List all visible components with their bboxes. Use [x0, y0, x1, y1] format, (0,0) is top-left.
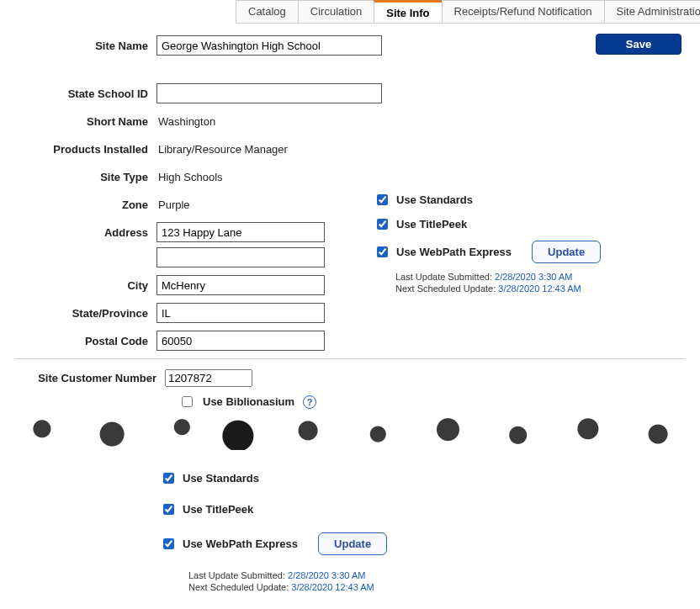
use-titlepeek-checkbox[interactable] [377, 219, 388, 230]
site-name-input[interactable] [156, 35, 382, 56]
state-province-input[interactable] [156, 303, 325, 323]
label-postal-code: Postal Code [15, 335, 156, 347]
label-city: City [15, 279, 156, 292]
city-input[interactable] [156, 275, 325, 295]
last-update-value-lower[interactable]: 2/28/2020 3:30 AM [288, 570, 365, 580]
use-webpath-checkbox[interactable] [377, 246, 388, 257]
help-icon[interactable]: ? [303, 395, 316, 409]
next-update-value-upper[interactable]: 3/28/2020 12:43 AM [498, 283, 581, 294]
state-school-id-input[interactable] [156, 83, 382, 103]
use-webpath-label: Use WebPath Express [396, 246, 512, 258]
section-divider [15, 358, 685, 359]
use-titlepeek-checkbox-lower[interactable] [163, 504, 174, 515]
address-line2-input[interactable] [156, 247, 325, 267]
label-short-name: Short Name [15, 115, 156, 128]
label-products-installed: Products Installed [15, 143, 156, 156]
use-standards-checkbox[interactable] [377, 194, 388, 205]
use-titlepeek-label-lower: Use TitlePeek [183, 503, 253, 516]
label-zone: Zone [15, 199, 156, 211]
update-button-upper[interactable]: Update [532, 241, 601, 263]
label-site-name: Site Name [15, 40, 156, 52]
use-webpath-checkbox-lower[interactable] [163, 538, 174, 549]
label-site-type: Site Type [15, 171, 156, 183]
use-biblionasium-label: Use Biblionasium [203, 395, 294, 408]
tab-receipts-refund[interactable]: Receipts/Refund Notification [442, 0, 605, 23]
options-panel-lower: Use Standards Use TitlePeek Use WebPath … [160, 470, 581, 592]
use-webpath-label-lower: Use WebPath Express [183, 538, 298, 550]
save-button[interactable]: Save [596, 34, 681, 55]
last-update-label-upper: Last Update Submitted: [395, 272, 492, 282]
tab-catalog[interactable]: Catalog [236, 0, 299, 23]
last-update-label-lower: Last Update Submitted: [188, 570, 285, 580]
label-address-blank [15, 252, 156, 264]
tab-circulation[interactable]: Circulation [298, 0, 374, 23]
next-update-label-lower: Next Scheduled Update: [188, 582, 289, 592]
address-line1-input[interactable] [156, 222, 325, 242]
next-update-value-lower[interactable]: 3/28/2020 12:43 AM [291, 582, 374, 592]
zone-value: Purple [156, 199, 190, 211]
label-site-customer-number: Site Customer Number [15, 372, 165, 384]
site-info-form: Save Site Name State School ID Short Nam… [0, 24, 700, 410]
last-update-value-upper[interactable]: 2/28/2020 3:30 AM [495, 272, 572, 282]
short-name-value: Washington [156, 115, 215, 128]
use-biblionasium-checkbox[interactable] [182, 396, 193, 407]
label-address: Address [15, 226, 156, 239]
label-state-school-id: State School ID [15, 87, 156, 100]
site-customer-number-input[interactable] [165, 369, 252, 387]
options-panel-upper: Use Standards Use TitlePeek Use WebPath … [374, 192, 676, 294]
site-type-value: High Schools [156, 171, 223, 183]
use-standards-label-lower: Use Standards [183, 472, 259, 485]
products-installed-value: Library/Resource Manager [156, 143, 288, 156]
next-update-label-upper: Next Scheduled Update: [395, 283, 496, 294]
torn-divider [0, 415, 700, 450]
label-state-province: State/Province [15, 307, 156, 320]
use-standards-checkbox-lower[interactable] [163, 473, 174, 484]
use-standards-label: Use Standards [396, 193, 473, 206]
tab-bar: Catalog Circulation Site Info Receipts/R… [236, 0, 700, 24]
tab-site-info[interactable]: Site Info [374, 0, 442, 23]
update-button-lower[interactable]: Update [318, 532, 387, 555]
postal-code-input[interactable] [156, 331, 325, 351]
tab-site-administration[interactable]: Site Administration [604, 0, 700, 23]
use-titlepeek-label: Use TitlePeek [396, 218, 467, 230]
